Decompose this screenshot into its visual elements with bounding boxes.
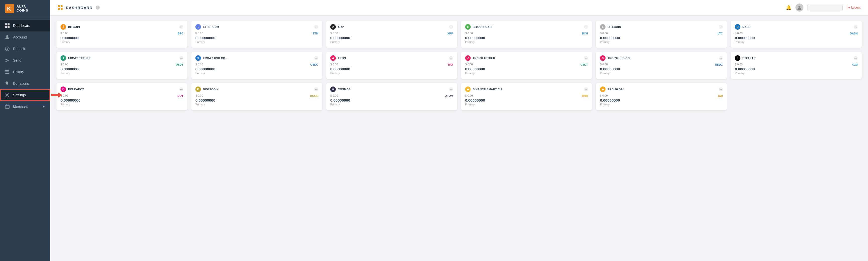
svg-point-6: [6, 35, 8, 37]
card-label-trc20usdc: Primary: [600, 72, 723, 75]
logout-button[interactable]: Logout: [847, 6, 861, 9]
help-button[interactable]: ?: [96, 5, 100, 9]
coin-name-atom: COSMOS: [338, 88, 351, 91]
coin-card-xlm[interactable]: ✦ STELLAR ••• $ 0.00 XLM 0.00000000 Prim…: [731, 52, 862, 79]
card-name-row: ₿ BITCOIN CASH: [465, 24, 494, 30]
usd-ticker-row: $ 0.00 XRP: [330, 32, 453, 35]
deposit-icon: [5, 47, 9, 51]
sidebar-item-donations[interactable]: Donations: [0, 78, 50, 89]
card-amount-trx: 0.00000000: [330, 67, 453, 71]
sidebar-item-send[interactable]: Send: [0, 55, 50, 66]
card-ticker-eth: ETH: [313, 32, 318, 35]
svg-rect-4: [5, 26, 7, 28]
sidebar-item-settings[interactable]: Settings: [0, 89, 50, 101]
usd-ticker-row: $ 0.00 USDC: [195, 63, 318, 66]
card-ticker-xrp: XRP: [447, 32, 453, 35]
card-menu-xrp[interactable]: •••: [449, 25, 453, 29]
card-ticker-dai: DAI: [718, 94, 723, 97]
card-label-erc20usdt: Primary: [61, 72, 183, 75]
coin-name-doge: DOGECOIN: [203, 88, 218, 91]
sidebar-item-merchant-label: Merchant: [13, 105, 28, 109]
sidebar-item-accounts[interactable]: Accounts: [0, 31, 50, 43]
usd-ticker-row: $ 0.00 BCH: [465, 32, 588, 35]
coin-card-dash[interactable]: D DASH ••• $ 0.00 DASH 0.00000000 Primar…: [731, 20, 862, 48]
coin-icon-doge: Ð: [195, 87, 201, 92]
card-amount-xlm: 0.00000000: [735, 67, 858, 71]
coin-icon-erc20usdt: ₮: [61, 55, 66, 61]
svg-marker-12: [51, 92, 62, 97]
card-menu-trx[interactable]: •••: [449, 56, 453, 60]
card-menu-bch[interactable]: •••: [584, 25, 588, 29]
sidebar-item-history[interactable]: History: [0, 66, 50, 78]
coin-icon-dai: ◈: [600, 87, 606, 92]
coin-card-btc[interactable]: ₿ BITCOIN ••• $ 0.00 BTC 0.00000000 Prim…: [56, 20, 188, 48]
card-menu-ltc[interactable]: •••: [719, 25, 723, 29]
coin-card-atom[interactable]: ⚛ COSMOS ••• $ 0.00 ATOM 0.00000000 Prim…: [326, 83, 457, 110]
card-amount-ltc: 0.00000000: [600, 36, 723, 40]
card-menu-doge[interactable]: •••: [314, 87, 318, 91]
coin-card-ltc[interactable]: Ł LITECOIN ••• $ 0.00 LTC 0.00000000 Pri…: [596, 20, 727, 48]
card-name-row: $ ERC-20 USD CO...: [195, 55, 228, 61]
card-usd-bnb: $ 0.00: [465, 94, 473, 97]
card-menu-dash[interactable]: •••: [854, 25, 858, 29]
sidebar: K ALFACOINS Dashboard Accounts: [0, 0, 50, 261]
card-label-atom: Primary: [330, 103, 453, 106]
card-usd-xrp: $ 0.00: [330, 32, 338, 35]
settings-arrow-icon: [51, 92, 62, 98]
coin-card-bnb[interactable]: ◆ BINANCE SMART CH... ••• $ 0.00 BNB 0.0…: [461, 83, 592, 110]
card-ticker-doge: DOGE: [310, 94, 318, 97]
sidebar-item-deposit[interactable]: Deposit: [0, 43, 50, 55]
card-menu-atom[interactable]: •••: [449, 87, 453, 91]
card-menu-btc[interactable]: •••: [179, 25, 183, 29]
card-menu-trc20usdc[interactable]: •••: [719, 56, 723, 60]
card-ticker-trc20usdt: USDT: [581, 63, 588, 66]
send-icon: [5, 58, 9, 63]
card-menu-eth[interactable]: •••: [314, 25, 318, 29]
main-content: DASHBOARD ? 🔔 Logout: [50, 0, 868, 261]
card-ticker-erc20usdc: USDC: [310, 63, 318, 66]
card-menu-erc20usdc[interactable]: •••: [314, 56, 318, 60]
coin-card-eth[interactable]: ♦ ETHEREUM ••• $ 0.00 ETH 0.00000000 Pri…: [191, 20, 322, 48]
coin-card-erc20usdt[interactable]: ₮ ERC-20 TETHER ••• $ 0.00 USDT 0.000000…: [56, 52, 188, 79]
card-menu-xlm[interactable]: •••: [854, 56, 858, 60]
avatar[interactable]: [796, 3, 803, 11]
merchant-chevron-icon: ▼: [42, 105, 45, 108]
svg-point-11: [6, 94, 8, 96]
card-usd-bch: $ 0.00: [465, 32, 473, 35]
card-menu-trc20usdt[interactable]: •••: [584, 56, 588, 60]
coin-icon-btc: ₿: [61, 24, 66, 30]
coin-card-dot[interactable]: ⬡ POLKADOT ••• $ 0.00 DOT 0.00000000 Pri…: [56, 83, 188, 110]
coin-card-bch[interactable]: ₿ BITCOIN CASH ••• $ 0.00 BCH 0.00000000…: [461, 20, 592, 48]
card-amount-atom: 0.00000000: [330, 98, 453, 102]
card-name-row: Ð DOGECOIN: [195, 87, 218, 92]
coin-card-erc20usdc[interactable]: $ ERC-20 USD CO... ••• $ 0.00 USDC 0.000…: [191, 52, 322, 79]
card-usd-xlm: $ 0.00: [735, 63, 743, 66]
coin-card-trx[interactable]: ◈ TRON ••• $ 0.00 TRX 0.00000000 Primary: [326, 52, 457, 79]
card-amount-dash: 0.00000000: [735, 36, 858, 40]
sidebar-item-dashboard[interactable]: Dashboard: [0, 20, 50, 31]
coin-card-trc20usdc[interactable]: $ TRC-20 USD CO... ••• $ 0.00 USDC 0.000…: [596, 52, 727, 79]
sidebar-item-accounts-label: Accounts: [13, 35, 28, 39]
card-usd-atom: $ 0.00: [330, 94, 338, 97]
card-menu-bnb[interactable]: •••: [584, 87, 588, 91]
usd-ticker-row: $ 0.00 ATOM: [330, 94, 453, 97]
sidebar-item-merchant[interactable]: Merchant ▼: [0, 101, 50, 112]
notification-bell-icon[interactable]: 🔔: [786, 5, 792, 10]
card-label-doge: Primary: [195, 103, 318, 106]
card-header: $ ERC-20 USD CO... •••: [195, 55, 318, 61]
coin-icon-bch: ₿: [465, 24, 471, 30]
card-header: $ TRC-20 USD CO... •••: [600, 55, 723, 61]
sidebar-item-history-label: History: [13, 70, 24, 74]
coin-card-trc20usdt[interactable]: ₮ TRC-20 TETHER ••• $ 0.00 USDT 0.000000…: [461, 52, 592, 79]
card-menu-dai[interactable]: •••: [719, 87, 723, 91]
coin-card-doge[interactable]: Ð DOGECOIN ••• $ 0.00 DOGE 0.00000000 Pr…: [191, 83, 322, 110]
search-input[interactable]: [807, 4, 843, 11]
coin-card-dai[interactable]: ◈ ERC-20 DAI ••• $ 0.00 DAI 0.00000000 P…: [596, 83, 727, 110]
usd-ticker-row: $ 0.00 XLM: [735, 63, 858, 66]
coin-card-xrp[interactable]: ✕ XRP ••• $ 0.00 XRP 0.00000000 Primary: [326, 20, 457, 48]
card-usd-dash: $ 0.00: [735, 32, 743, 35]
card-menu-dot[interactable]: •••: [179, 87, 183, 91]
svg-text:K: K: [7, 5, 11, 12]
card-menu-erc20usdt[interactable]: •••: [179, 56, 183, 60]
card-label-bch: Primary: [465, 40, 588, 44]
